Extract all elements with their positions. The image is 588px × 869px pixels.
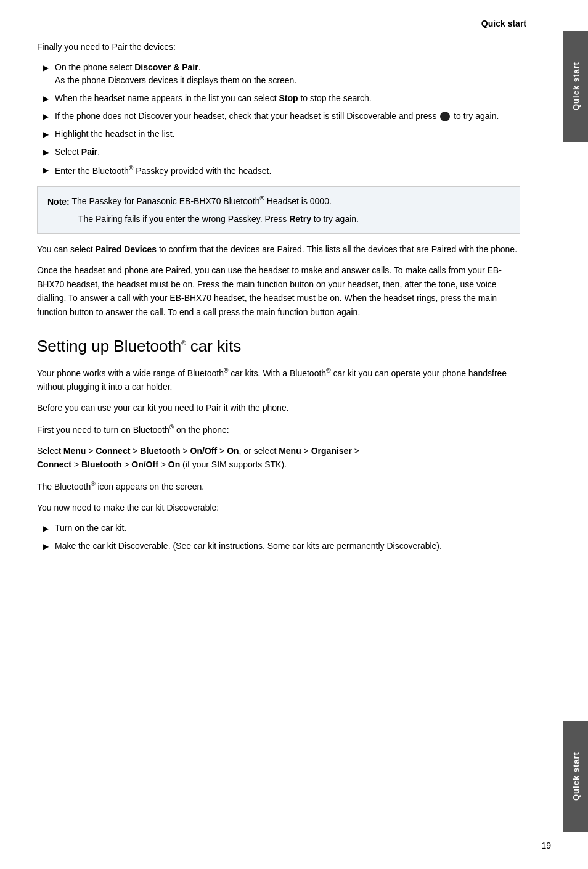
bullet-content: Turn on the car kit. (55, 522, 520, 535)
bullet-content: Make the car kit Discoverable. (See car … (55, 540, 520, 553)
side-tab-top: Quick start (563, 31, 588, 142)
page-header: Quick start (37, 19, 551, 28)
bullet-arrow: ▶ (43, 541, 49, 552)
bullet-arrow: ▶ (43, 165, 49, 176)
page-container: Quick start Quick start Finally you need… (0, 0, 588, 869)
header-title: Quick start (481, 19, 526, 28)
section-para-4: Select Menu > Connect > Bluetooth > On/O… (37, 444, 520, 472)
bullet-content: If the phone does not Discover your head… (55, 110, 520, 123)
discover-pair-bold: Discover & Pair (134, 62, 198, 72)
list-item: ▶ Enter the Bluetooth® Passkey provided … (37, 163, 520, 178)
superscript-reg: ® (91, 480, 95, 487)
menu-bold-2: Menu (279, 446, 301, 456)
menu-bold-1: Menu (63, 446, 86, 456)
note-indent: The Pairing fails if you enter the wrong… (78, 212, 510, 226)
bullet-content: Highlight the headset in the list. (55, 128, 520, 141)
list-item: ▶ Make the car kit Discoverable. (See ca… (37, 540, 520, 553)
list-item: ▶ Turn on the car kit. (37, 522, 520, 535)
list-item: ▶ On the phone select Discover & Pair. A… (37, 61, 520, 87)
on-bold-1: On (227, 446, 239, 456)
bullet-arrow: ▶ (43, 523, 49, 534)
section-para-6: You now need to make the car kit Discove… (37, 501, 520, 514)
superscript-reg: ® (326, 367, 330, 374)
section-para-3: First you need to turn on Bluetooth® on … (37, 422, 520, 437)
retry-bold: Retry (289, 214, 311, 224)
superscript-reg: ® (259, 196, 264, 202)
list-item: ▶ Highlight the headset in the list. (37, 128, 520, 141)
onoff-bold-1: On/Off (190, 446, 218, 456)
paired-devices-bold: Paired Devices (95, 244, 157, 254)
connect-bold-1: Connect (96, 446, 130, 456)
superscript-reg: ® (169, 424, 174, 430)
bullet-content: When the headset name appears in the lis… (55, 92, 520, 105)
onoff-bold-2: On/Off (131, 459, 158, 469)
section-para-1: Your phone works with a wide range of Bl… (37, 366, 520, 393)
on-bold-2: On (168, 459, 180, 469)
bullet-arrow: ▶ (43, 62, 49, 73)
bluetooth-bold-1: Bluetooth (140, 446, 180, 456)
connect-bold-2: Connect (37, 459, 71, 469)
bullet-content: On the phone select Discover & Pair. As … (55, 61, 520, 87)
page-number: 19 (541, 841, 551, 850)
superscript-reg: ® (224, 367, 228, 374)
pair-bold: Pair (81, 147, 97, 157)
bluetooth-button-icon (440, 112, 450, 121)
bullet-content: Select Pair. (55, 146, 520, 159)
section-heading: Setting up Bluetooth® car kits (37, 336, 520, 357)
organiser-bold: Organiser (311, 446, 352, 456)
bullet-arrow: ▶ (43, 129, 49, 140)
section-bullet-list: ▶ Turn on the car kit. ▶ Make the car ki… (37, 522, 520, 553)
intro-text: Finally you need to Pair the devices: (37, 41, 520, 54)
list-item: ▶ Select Pair. (37, 146, 520, 159)
stop-bold: Stop (279, 93, 298, 103)
bullet-arrow: ▶ (43, 111, 49, 122)
section-para-2: Before you can use your car kit you need… (37, 401, 520, 414)
bluetooth-bold-2: Bluetooth (81, 459, 121, 469)
bullet-list: ▶ On the phone select Discover & Pair. A… (37, 61, 520, 178)
superscript-reg: ® (181, 340, 186, 347)
body-paragraph-1: You can select Paired Devices to confirm… (37, 242, 520, 256)
side-tab-top-label: Quick start (571, 62, 581, 111)
note-box: Note: The Passkey for Panasonic EB-BHX70… (37, 186, 520, 234)
content-area: Finally you need to Pair the devices: ▶ … (37, 41, 520, 553)
side-tab-bottom: Quick start (563, 721, 588, 832)
section-para-5: The Bluetooth® icon appears on the scree… (37, 479, 520, 493)
list-item: ▶ When the headset name appears in the l… (37, 92, 520, 105)
superscript-reg: ® (129, 165, 133, 171)
side-tab-bottom-label: Quick start (571, 752, 581, 801)
list-item: ▶ If the phone does not Discover your he… (37, 110, 520, 123)
bullet-content: Enter the Bluetooth® Passkey provided wi… (55, 163, 520, 178)
body-paragraph-2: Once the headset and phone are Paired, y… (37, 263, 520, 319)
bullet-arrow: ▶ (43, 147, 49, 158)
note-line1: The Passkey for Panasonic EB-BHX70 Bluet… (71, 196, 331, 206)
bullet-arrow: ▶ (43, 93, 49, 104)
note-label: Note: (47, 196, 70, 206)
